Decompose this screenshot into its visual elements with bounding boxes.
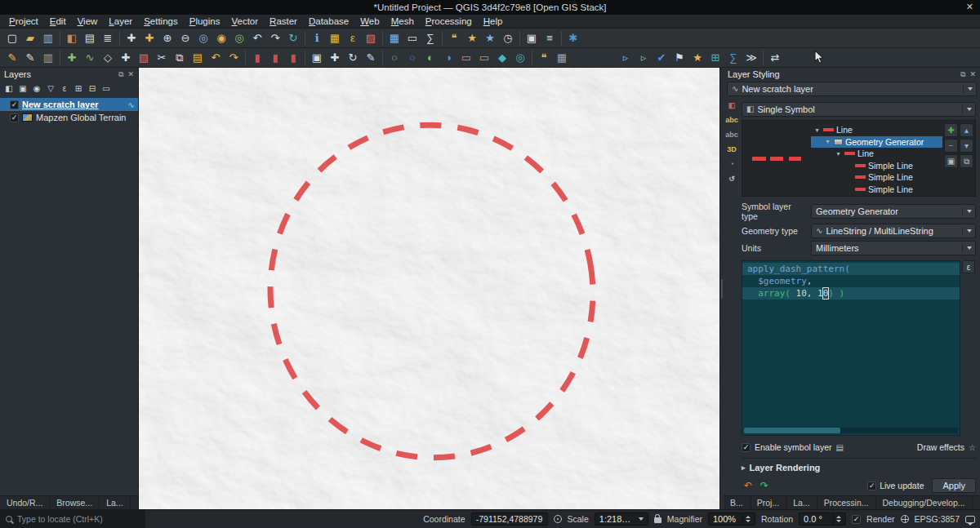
vertex-tool-icon[interactable]: ◇ <box>99 49 117 67</box>
temporal-controller-icon[interactable]: ◷ <box>499 29 517 47</box>
pin-labels-icon[interactable]: ▮ <box>284 49 302 67</box>
symbol-node-simple-line-2[interactable]: Simple Line <box>811 171 942 184</box>
style-manager-icon[interactable]: ◧ <box>63 29 81 47</box>
zoom-to-layer-icon[interactable]: ◎ <box>230 29 248 47</box>
symbol-mode-select[interactable]: ◧ Single Symbol <box>742 102 976 117</box>
extents-toggle-icon[interactable] <box>554 515 562 523</box>
masks-tab-icon[interactable]: abc <box>725 131 738 139</box>
annotation-icon[interactable]: ❝ <box>535 49 553 67</box>
menu-view[interactable]: View <box>72 15 104 28</box>
dock-tab-layers[interactable]: La... <box>100 496 130 509</box>
layer-visibility-checkbox[interactable]: ✓ <box>10 113 19 122</box>
style-redo-button[interactable]: ↷ <box>758 479 771 492</box>
add-symbol-layer-button[interactable]: ✚ <box>944 123 958 137</box>
dock-tab-project[interactable]: Proj... <box>751 496 786 509</box>
geometry-checker-icon[interactable]: ★ <box>688 49 706 67</box>
expression-builder-button[interactable]: ε <box>962 260 975 273</box>
crs-status-button[interactable]: EPSG:3857 <box>915 514 960 524</box>
data-defined-override-icon[interactable]: ▤ <box>836 443 844 452</box>
move-label-icon[interactable]: ✚ <box>326 49 344 67</box>
live-update-checkbox[interactable]: ✓ <box>867 481 876 490</box>
apply-button[interactable]: Apply <box>932 478 976 493</box>
pan-map-icon[interactable]: ✚ <box>122 29 140 47</box>
symbol-node-geometry-generator[interactable]: ▾ Geometry Generator <box>811 136 942 149</box>
zoom-next-icon[interactable]: ↷ <box>266 29 284 47</box>
show-bookmarks-icon[interactable]: ★ <box>481 29 499 47</box>
lock-scale-icon[interactable] <box>654 517 662 523</box>
data-source-manager-icon[interactable]: ≡ <box>541 29 559 47</box>
move-down-button[interactable]: ▾ <box>960 139 973 153</box>
statistical-summary-icon[interactable]: ∑ <box>421 29 439 47</box>
digitize-ellipse-center-icon[interactable]: ◐ <box>421 49 439 67</box>
menu-web[interactable]: Web <box>354 15 385 28</box>
panel-splitter[interactable] <box>719 68 724 509</box>
symbol-node-simple-line-3[interactable]: Simple Line <box>811 184 942 196</box>
georeferencer-icon[interactable]: ⊞ <box>706 49 724 67</box>
refresh-map-icon[interactable]: ↻ <box>284 29 302 47</box>
style-undo-button[interactable]: ↶ <box>742 479 755 492</box>
menu-raster[interactable]: Raster <box>264 15 303 28</box>
panel-close-icon[interactable]: ✕ <box>969 71 976 78</box>
move-feature-icon[interactable]: ✚ <box>117 49 135 67</box>
symbology-tab-icon[interactable]: ◧ <box>728 102 736 109</box>
symbol-layer-type-select[interactable]: Geometry Generator <box>811 204 976 219</box>
spinner-arrows[interactable] <box>742 513 751 525</box>
layer-row-new-scratch-layer[interactable]: ✓ New scratch layer ∿ <box>0 98 138 111</box>
menu-settings[interactable]: Settings <box>138 15 184 28</box>
offline-editing-icon[interactable]: ⇄ <box>766 49 784 67</box>
map-canvas[interactable] <box>139 68 719 509</box>
expand-all-icon[interactable]: ⊞ <box>72 82 85 95</box>
dock-tab-browser[interactable]: Browse... <box>50 496 100 509</box>
dock-tab-debugging[interactable]: Debugging/Develop... <box>876 496 973 509</box>
snapping-grid-icon[interactable]: ▦ <box>553 49 571 67</box>
open-attribute-table-icon[interactable]: ▦ <box>385 29 403 47</box>
locate-input[interactable]: Type to locate (Ctrl+K) <box>0 510 145 528</box>
save-project-icon[interactable]: ▥ <box>39 29 57 47</box>
window-close-icon[interactable]: ✕ <box>966 2 973 12</box>
select-within-icon[interactable]: ▹ <box>635 49 653 67</box>
check-geometries-icon[interactable]: ✔ <box>653 49 670 67</box>
menu-edit[interactable]: Edit <box>44 15 72 28</box>
zoom-in-icon[interactable]: ⊕ <box>158 29 176 47</box>
digitize-regular-polygon-icon[interactable]: ◆ <box>493 49 511 67</box>
expression-editor[interactable]: apply_dash_pattern( $geometry, array( 10… <box>742 260 960 436</box>
processing-toolbox-icon[interactable]: ✱ <box>564 29 582 47</box>
open-layer-styling-icon[interactable]: ◧ <box>2 82 16 95</box>
lock-color-button[interactable]: ▣ <box>944 154 958 168</box>
new-bookmark-icon[interactable]: ★ <box>463 29 481 47</box>
select-by-expression-icon[interactable]: ε <box>344 29 362 47</box>
collapse-all-icon[interactable]: ⊟ <box>86 82 99 95</box>
select-by-location-icon[interactable]: ▹ <box>617 49 635 67</box>
zoom-full-icon[interactable]: ◎ <box>194 29 212 47</box>
labels-tab-icon[interactable]: abc <box>725 117 738 124</box>
cut-features-icon[interactable]: ✂ <box>153 49 171 67</box>
layer-diagram-options-icon[interactable]: ▮ <box>266 49 284 67</box>
remove-symbol-layer-button[interactable]: − <box>944 139 958 153</box>
layer-row-mapzen-global-terrain[interactable]: ✓ Mapzen Global Terrain <box>0 111 138 124</box>
menu-mesh[interactable]: Mesh <box>385 15 420 28</box>
panel-float-icon[interactable]: ⧉ <box>118 71 123 78</box>
menu-vector[interactable]: Vector <box>225 15 264 28</box>
layer-visibility-checkbox[interactable]: ✓ <box>10 100 19 109</box>
redo-icon[interactable]: ↷ <box>225 49 243 67</box>
show-layout-manager-icon[interactable]: ≣ <box>99 29 117 47</box>
message-log-icon[interactable] <box>965 516 975 523</box>
add-feature-icon[interactable]: ✚ <box>63 49 81 67</box>
zoom-to-selection-icon[interactable]: ◉ <box>212 29 230 47</box>
digitize-circle-3points-icon[interactable]: ○ <box>403 49 421 67</box>
python-console-icon[interactable]: ≫ <box>742 49 760 67</box>
manage-map-themes-icon[interactable]: ◉ <box>30 82 43 95</box>
rotate-label-icon[interactable]: ↻ <box>344 49 362 67</box>
dock-tab-browser-right[interactable]: B... <box>724 496 751 509</box>
current-edits-icon[interactable]: ✎ <box>3 49 21 67</box>
magnifier-spinbox[interactable]: 100% <box>708 512 755 526</box>
map-tips-icon[interactable]: ❝ <box>445 29 463 47</box>
layer-labeling-options-icon[interactable]: ▮ <box>248 49 266 67</box>
undo-icon[interactable]: ↶ <box>207 49 225 67</box>
statistics-icon[interactable]: ∑ <box>724 49 742 67</box>
measure-line-icon[interactable]: ▭ <box>403 29 421 47</box>
digitize-rectangle-3points-icon[interactable]: ▭ <box>475 49 493 67</box>
enable-symbol-layer-checkbox[interactable]: ✓ <box>742 443 751 452</box>
save-layer-edits-icon[interactable]: ▥ <box>39 49 57 67</box>
geometry-type-select[interactable]: ∿ LineString / MultiLineString <box>811 224 976 238</box>
